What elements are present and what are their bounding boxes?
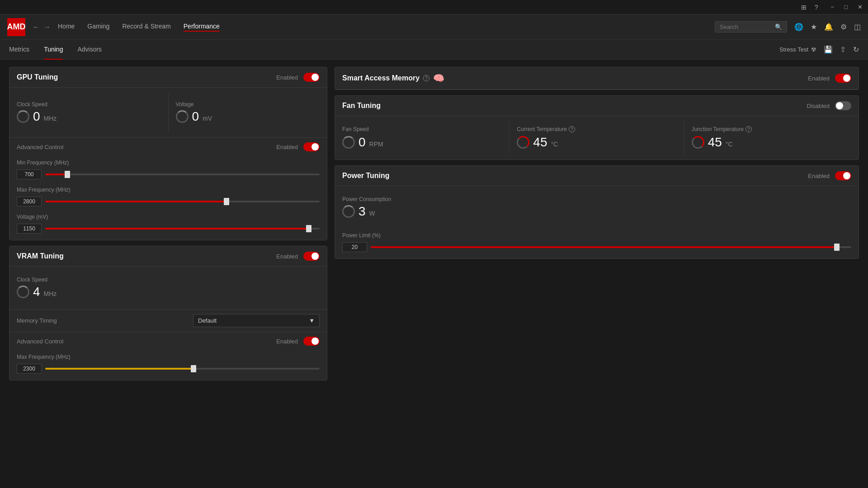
gpu-adv-toggle-thumb (311, 143, 319, 150)
voltage-mv-fill (45, 228, 309, 230)
search-box[interactable]: 🔍 (715, 21, 787, 33)
maximize-button[interactable]: □ (842, 3, 849, 11)
tab-tuning[interactable]: Tuning (44, 40, 63, 60)
vram-advanced-toggle[interactable] (303, 337, 320, 346)
junction-temp-label: Junction Temperature (692, 126, 744, 132)
fan-toggle-thumb (836, 102, 843, 109)
current-temp-value: 45 (533, 135, 547, 150)
gpu-clock-speed-value-row: 0 MHz (17, 109, 161, 124)
sam-help-icon[interactable]: ? (423, 75, 429, 81)
export-icon[interactable]: ⇧ (840, 45, 846, 54)
fan-tuning-card: Fan Tuning Disabled Fan Speed (335, 95, 859, 160)
gpu-clock-speed-label: Clock Speed (17, 101, 161, 108)
globe-icon[interactable]: 🌐 (794, 23, 803, 31)
power-limit-thumb[interactable] (834, 244, 840, 251)
vram-tuning-card: VRAM Tuning Enabled Clock Speed 4 MHz (9, 246, 327, 380)
sam-enabled-label: Enabled (808, 75, 830, 82)
vram-max-freq-thumb[interactable] (191, 365, 196, 372)
vram-max-freq-input[interactable] (17, 364, 42, 374)
power-consumption-metric: Power Consumption 3 W (342, 192, 851, 223)
power-tuning-body: Power Consumption 3 W (335, 186, 859, 229)
vram-tuning-title: VRAM Tuning (17, 252, 64, 260)
gpu-tuning-toggle[interactable] (303, 73, 320, 82)
search-icon: 🔍 (775, 23, 782, 30)
min-freq-slider-row[interactable] (17, 169, 320, 179)
nav-right: 🔍 🌐 ★ 🔔 ⚙ ◫ (715, 21, 861, 33)
current-temp-help-icon[interactable]: ? (569, 126, 575, 132)
gpu-voltage-label: Voltage (176, 101, 320, 108)
navbar: AMD ← → Home Gaming Record & Stream Perf… (0, 14, 868, 40)
gpu-clock-unit: MHz (44, 115, 57, 122)
gpu-clock-speed-section: Clock Speed 0 MHz (17, 93, 169, 132)
power-limit-label: Power Limit (%) (342, 232, 851, 239)
tab-metrics[interactable]: Metrics (9, 40, 29, 60)
fan-tuning-body: Fan Speed 0 RPM Current Temperature ? (335, 116, 859, 160)
fan-tuning-title: Fan Tuning (342, 102, 381, 110)
current-temp-label: Current Temperature (517, 126, 567, 132)
tab-advisors[interactable]: Advisors (77, 40, 102, 60)
vram-max-freq-track[interactable] (45, 368, 320, 370)
vram-tuning-header: VRAM Tuning Enabled (9, 246, 327, 267)
min-freq-track[interactable] (45, 174, 320, 175)
nav-gaming[interactable]: Gaming (87, 23, 109, 32)
stress-test-button[interactable]: Stress Test ☢ (779, 46, 816, 53)
voltage-mv-slider-row[interactable] (17, 224, 320, 234)
voltage-mv-input[interactable] (17, 224, 42, 234)
forward-arrow[interactable]: → (43, 23, 51, 31)
sam-title-row: Smart Access Memory ? 🧠 (342, 73, 444, 84)
minimize-button[interactable]: − (829, 3, 836, 11)
vram-clock-value-row: 4 MHz (17, 285, 320, 299)
max-freq-slider-row[interactable] (17, 197, 320, 206)
back-arrow[interactable]: ← (33, 23, 40, 31)
vram-enabled-label: Enabled (276, 253, 298, 260)
gpu-advanced-control-label: Advanced Control (17, 144, 63, 150)
vram-adv-control-right: Enabled (276, 337, 320, 346)
search-input[interactable] (720, 23, 772, 30)
min-freq-input[interactable] (17, 169, 42, 179)
gpu-clock-speed: Clock Speed 0 MHz (17, 97, 161, 128)
settings-icon[interactable]: ⚙ (840, 23, 847, 31)
current-temp-dial (517, 136, 529, 149)
fan-tuning-toggle[interactable] (835, 101, 851, 110)
junction-temp-help-icon[interactable]: ? (745, 126, 752, 132)
power-consumption-value: 3 (359, 204, 366, 219)
nav-performance[interactable]: Performance (184, 23, 220, 32)
star-icon[interactable]: ★ (811, 23, 817, 31)
vram-max-freq-fill (45, 368, 193, 370)
stress-test-icon: ☢ (811, 46, 816, 53)
gpu-tuning-header: GPU Tuning Enabled (9, 67, 327, 88)
power-tuning-toggle[interactable] (835, 171, 851, 180)
max-freq-thumb[interactable] (224, 198, 229, 205)
vram-max-freq-label: Max Frequency (MHz) (17, 354, 320, 360)
reset-icon[interactable]: ↻ (853, 45, 859, 54)
vram-tuning-body: Clock Speed 4 MHz (9, 267, 327, 309)
help-icon[interactable]: ? (815, 4, 818, 11)
voltage-mv-track[interactable] (45, 228, 320, 230)
power-limit-slider-row[interactable] (342, 242, 851, 252)
sam-toggle[interactable] (835, 74, 851, 83)
vram-max-freq-section: Max Frequency (MHz) (9, 350, 327, 380)
power-consumption-unit: W (369, 210, 375, 217)
bell-icon[interactable]: 🔔 (824, 23, 833, 31)
memory-timing-row: Memory Timing Default ▼ (9, 309, 327, 332)
close-button[interactable]: ✕ (856, 3, 864, 11)
gpu-toggle-thumb (311, 74, 319, 81)
memory-timing-dropdown[interactable]: Default ▼ (193, 314, 320, 327)
save-icon[interactable]: 💾 (824, 45, 833, 54)
min-freq-thumb[interactable] (65, 171, 70, 178)
vram-clock-speed: Clock Speed 4 MHz (17, 272, 320, 304)
stress-test-label: Stress Test (779, 46, 808, 53)
nav-record-stream[interactable]: Record & Stream (122, 23, 170, 32)
nav-home[interactable]: Home (58, 23, 75, 32)
voltage-mv-thumb[interactable] (306, 225, 311, 232)
gpu-advanced-toggle[interactable] (303, 142, 320, 151)
gpu-voltage-value-row: 0 mV (176, 109, 320, 124)
power-limit-track[interactable] (371, 246, 851, 248)
max-freq-track[interactable] (45, 201, 320, 202)
max-freq-input[interactable] (17, 197, 42, 206)
vram-tuning-toggle[interactable] (303, 252, 320, 261)
vram-max-freq-slider-row[interactable] (17, 364, 320, 374)
game-icon: ⊞ (801, 4, 807, 11)
display-icon[interactable]: ◫ (854, 23, 861, 31)
power-limit-input[interactable] (342, 242, 367, 252)
